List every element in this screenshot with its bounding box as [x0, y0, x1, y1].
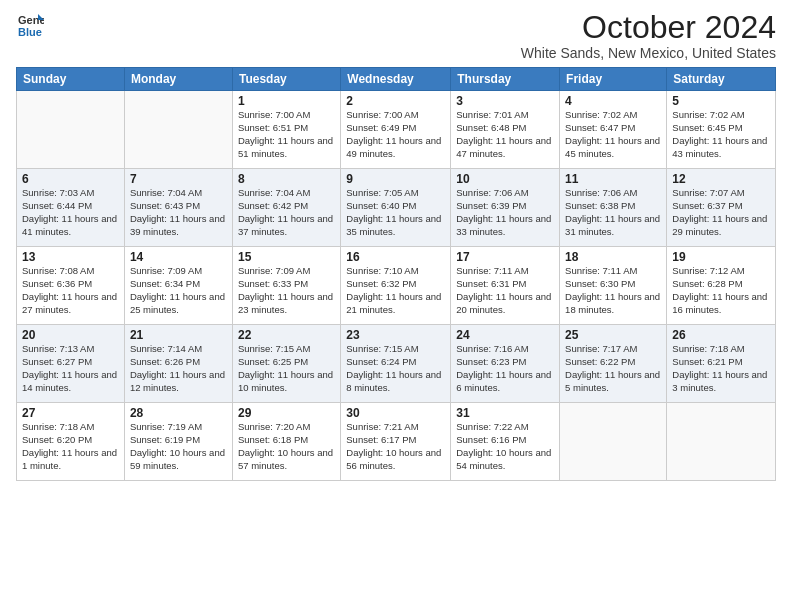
day-number: 24	[456, 328, 554, 342]
calendar-cell: 14Sunrise: 7:09 AM Sunset: 6:34 PM Dayli…	[124, 247, 232, 325]
calendar-cell: 19Sunrise: 7:12 AM Sunset: 6:28 PM Dayli…	[667, 247, 776, 325]
day-number: 31	[456, 406, 554, 420]
calendar-cell: 2Sunrise: 7:00 AM Sunset: 6:49 PM Daylig…	[341, 91, 451, 169]
day-info: Sunrise: 7:00 AM Sunset: 6:49 PM Dayligh…	[346, 109, 445, 160]
svg-text:Blue: Blue	[18, 26, 42, 38]
day-number: 14	[130, 250, 227, 264]
day-number: 9	[346, 172, 445, 186]
calendar-cell	[667, 403, 776, 481]
day-info: Sunrise: 7:04 AM Sunset: 6:42 PM Dayligh…	[238, 187, 335, 238]
calendar-cell: 12Sunrise: 7:07 AM Sunset: 6:37 PM Dayli…	[667, 169, 776, 247]
day-info: Sunrise: 7:09 AM Sunset: 6:34 PM Dayligh…	[130, 265, 227, 316]
logo-icon: General Blue	[16, 10, 44, 38]
calendar-cell: 4Sunrise: 7:02 AM Sunset: 6:47 PM Daylig…	[560, 91, 667, 169]
calendar-cell: 18Sunrise: 7:11 AM Sunset: 6:30 PM Dayli…	[560, 247, 667, 325]
calendar-cell: 21Sunrise: 7:14 AM Sunset: 6:26 PM Dayli…	[124, 325, 232, 403]
day-number: 27	[22, 406, 119, 420]
day-number: 30	[346, 406, 445, 420]
day-number: 7	[130, 172, 227, 186]
day-number: 3	[456, 94, 554, 108]
calendar-cell: 6Sunrise: 7:03 AM Sunset: 6:44 PM Daylig…	[17, 169, 125, 247]
calendar-cell: 10Sunrise: 7:06 AM Sunset: 6:39 PM Dayli…	[451, 169, 560, 247]
day-info: Sunrise: 7:18 AM Sunset: 6:21 PM Dayligh…	[672, 343, 770, 394]
day-info: Sunrise: 7:14 AM Sunset: 6:26 PM Dayligh…	[130, 343, 227, 394]
calendar-cell: 3Sunrise: 7:01 AM Sunset: 6:48 PM Daylig…	[451, 91, 560, 169]
calendar-cell: 13Sunrise: 7:08 AM Sunset: 6:36 PM Dayli…	[17, 247, 125, 325]
day-info: Sunrise: 7:20 AM Sunset: 6:18 PM Dayligh…	[238, 421, 335, 472]
day-number: 8	[238, 172, 335, 186]
day-number: 2	[346, 94, 445, 108]
day-info: Sunrise: 7:16 AM Sunset: 6:23 PM Dayligh…	[456, 343, 554, 394]
day-info: Sunrise: 7:09 AM Sunset: 6:33 PM Dayligh…	[238, 265, 335, 316]
day-info: Sunrise: 7:02 AM Sunset: 6:45 PM Dayligh…	[672, 109, 770, 160]
day-number: 28	[130, 406, 227, 420]
day-number: 1	[238, 94, 335, 108]
day-number: 17	[456, 250, 554, 264]
day-header-tuesday: Tuesday	[232, 68, 340, 91]
day-number: 16	[346, 250, 445, 264]
calendar-cell: 9Sunrise: 7:05 AM Sunset: 6:40 PM Daylig…	[341, 169, 451, 247]
calendar-week-row: 20Sunrise: 7:13 AM Sunset: 6:27 PM Dayli…	[17, 325, 776, 403]
calendar-week-row: 1Sunrise: 7:00 AM Sunset: 6:51 PM Daylig…	[17, 91, 776, 169]
day-number: 6	[22, 172, 119, 186]
day-info: Sunrise: 7:08 AM Sunset: 6:36 PM Dayligh…	[22, 265, 119, 316]
page-header: General Blue October 2024 White Sands, N…	[16, 10, 776, 61]
day-number: 4	[565, 94, 661, 108]
calendar-cell	[560, 403, 667, 481]
calendar-cell: 26Sunrise: 7:18 AM Sunset: 6:21 PM Dayli…	[667, 325, 776, 403]
calendar-cell: 15Sunrise: 7:09 AM Sunset: 6:33 PM Dayli…	[232, 247, 340, 325]
day-info: Sunrise: 7:12 AM Sunset: 6:28 PM Dayligh…	[672, 265, 770, 316]
day-info: Sunrise: 7:21 AM Sunset: 6:17 PM Dayligh…	[346, 421, 445, 472]
day-number: 15	[238, 250, 335, 264]
day-info: Sunrise: 7:02 AM Sunset: 6:47 PM Dayligh…	[565, 109, 661, 160]
day-info: Sunrise: 7:11 AM Sunset: 6:30 PM Dayligh…	[565, 265, 661, 316]
day-info: Sunrise: 7:01 AM Sunset: 6:48 PM Dayligh…	[456, 109, 554, 160]
calendar-cell: 25Sunrise: 7:17 AM Sunset: 6:22 PM Dayli…	[560, 325, 667, 403]
calendar-cell: 11Sunrise: 7:06 AM Sunset: 6:38 PM Dayli…	[560, 169, 667, 247]
calendar-cell: 7Sunrise: 7:04 AM Sunset: 6:43 PM Daylig…	[124, 169, 232, 247]
calendar-cell: 31Sunrise: 7:22 AM Sunset: 6:16 PM Dayli…	[451, 403, 560, 481]
logo: General Blue	[16, 10, 44, 38]
calendar-cell: 28Sunrise: 7:19 AM Sunset: 6:19 PM Dayli…	[124, 403, 232, 481]
day-info: Sunrise: 7:06 AM Sunset: 6:39 PM Dayligh…	[456, 187, 554, 238]
day-header-sunday: Sunday	[17, 68, 125, 91]
calendar-cell: 5Sunrise: 7:02 AM Sunset: 6:45 PM Daylig…	[667, 91, 776, 169]
day-number: 21	[130, 328, 227, 342]
title-area: October 2024 White Sands, New Mexico, Un…	[521, 10, 776, 61]
day-info: Sunrise: 7:15 AM Sunset: 6:25 PM Dayligh…	[238, 343, 335, 394]
day-header-wednesday: Wednesday	[341, 68, 451, 91]
day-number: 26	[672, 328, 770, 342]
calendar-week-row: 13Sunrise: 7:08 AM Sunset: 6:36 PM Dayli…	[17, 247, 776, 325]
calendar-cell: 17Sunrise: 7:11 AM Sunset: 6:31 PM Dayli…	[451, 247, 560, 325]
location-title: White Sands, New Mexico, United States	[521, 45, 776, 61]
day-number: 23	[346, 328, 445, 342]
calendar-cell: 8Sunrise: 7:04 AM Sunset: 6:42 PM Daylig…	[232, 169, 340, 247]
calendar-table: SundayMondayTuesdayWednesdayThursdayFrid…	[16, 67, 776, 481]
calendar-cell: 20Sunrise: 7:13 AM Sunset: 6:27 PM Dayli…	[17, 325, 125, 403]
calendar-cell: 27Sunrise: 7:18 AM Sunset: 6:20 PM Dayli…	[17, 403, 125, 481]
day-number: 25	[565, 328, 661, 342]
day-number: 13	[22, 250, 119, 264]
day-number: 12	[672, 172, 770, 186]
calendar-cell	[124, 91, 232, 169]
calendar-header-row: SundayMondayTuesdayWednesdayThursdayFrid…	[17, 68, 776, 91]
day-info: Sunrise: 7:22 AM Sunset: 6:16 PM Dayligh…	[456, 421, 554, 472]
day-header-monday: Monday	[124, 68, 232, 91]
calendar-cell: 24Sunrise: 7:16 AM Sunset: 6:23 PM Dayli…	[451, 325, 560, 403]
day-info: Sunrise: 7:10 AM Sunset: 6:32 PM Dayligh…	[346, 265, 445, 316]
day-number: 20	[22, 328, 119, 342]
day-info: Sunrise: 7:18 AM Sunset: 6:20 PM Dayligh…	[22, 421, 119, 472]
day-info: Sunrise: 7:07 AM Sunset: 6:37 PM Dayligh…	[672, 187, 770, 238]
day-number: 18	[565, 250, 661, 264]
day-info: Sunrise: 7:17 AM Sunset: 6:22 PM Dayligh…	[565, 343, 661, 394]
day-number: 11	[565, 172, 661, 186]
day-number: 29	[238, 406, 335, 420]
day-info: Sunrise: 7:11 AM Sunset: 6:31 PM Dayligh…	[456, 265, 554, 316]
calendar-cell: 1Sunrise: 7:00 AM Sunset: 6:51 PM Daylig…	[232, 91, 340, 169]
day-info: Sunrise: 7:19 AM Sunset: 6:19 PM Dayligh…	[130, 421, 227, 472]
day-number: 19	[672, 250, 770, 264]
month-title: October 2024	[521, 10, 776, 45]
calendar-cell: 23Sunrise: 7:15 AM Sunset: 6:24 PM Dayli…	[341, 325, 451, 403]
calendar-cell	[17, 91, 125, 169]
day-info: Sunrise: 7:06 AM Sunset: 6:38 PM Dayligh…	[565, 187, 661, 238]
